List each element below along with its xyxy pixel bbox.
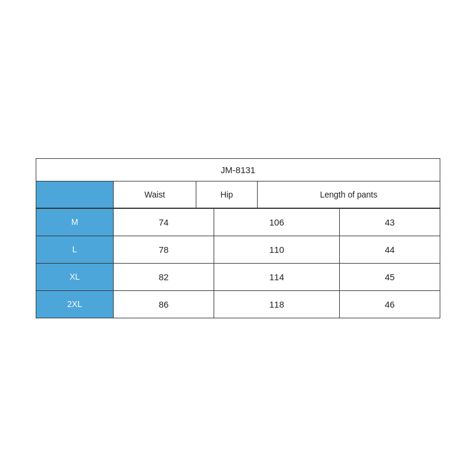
table-row: XL8211445 [36,263,440,290]
table-wrapper: JM-8131 Waist Hip Length of pants M74106… [36,158,440,318]
waist-cell: 82 [114,263,214,290]
data-table: M7410643L7811044XL82114452XL8611846 [36,208,440,318]
size-cell: M [36,208,114,236]
size-cell: L [36,236,114,263]
hip-column-header: Hip [196,181,258,208]
table-row: 2XL8611846 [36,290,440,318]
page-container: JM-8131 Waist Hip Length of pants M74106… [0,0,476,476]
waist-cell: 78 [114,236,214,263]
length-cell: 45 [339,263,440,290]
table-title: JM-8131 [36,158,440,181]
hip-cell: 114 [214,263,340,290]
waist-column-header: Waist [114,181,196,208]
waist-cell: 74 [114,208,214,236]
size-cell: 2XL [36,290,114,318]
length-column-header: Length of pants [257,181,440,208]
length-cell: 43 [339,208,440,236]
size-chart-table: JM-8131 Waist Hip Length of pants [36,158,440,208]
table-row: M7410643 [36,208,440,236]
hip-cell: 110 [214,236,340,263]
hip-cell: 106 [214,208,340,236]
table-row: L7811044 [36,236,440,263]
header-row: Waist Hip Length of pants [36,181,440,208]
length-cell: 44 [339,236,440,263]
length-cell: 46 [339,290,440,318]
size-column-header [36,181,114,208]
title-row: JM-8131 [36,158,440,181]
size-cell: XL [36,263,114,290]
hip-cell: 118 [214,290,340,318]
waist-cell: 86 [114,290,214,318]
